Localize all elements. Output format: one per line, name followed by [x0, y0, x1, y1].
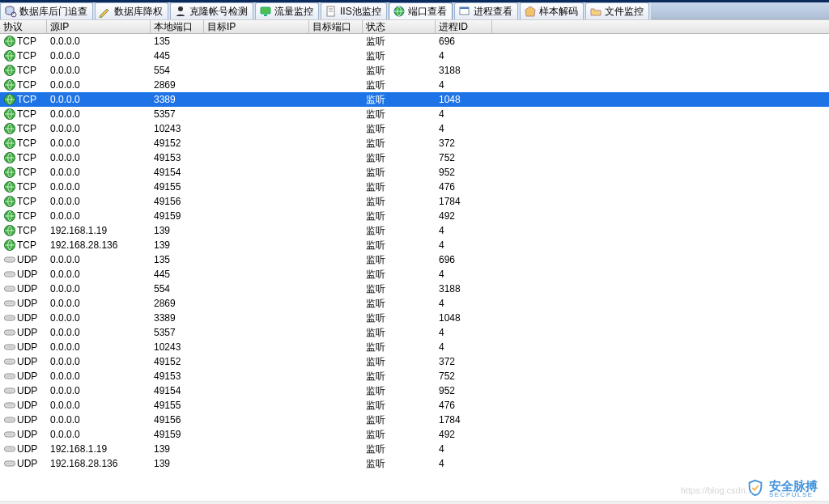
cell-source-ip: 0.0.0.0: [47, 138, 151, 149]
cell-protocol: UDP: [0, 355, 47, 368]
table-row[interactable]: UDP0.0.0.049156监听1784: [0, 413, 829, 427]
tab-db-privdrop[interactable]: 数据库降权: [95, 2, 168, 19]
tab-label: 进程查看: [474, 5, 512, 19]
proto-text: TCP: [17, 196, 36, 207]
cell-local-port: 554: [151, 283, 204, 294]
cell-protocol: UDP: [0, 253, 47, 266]
col-protocol[interactable]: 协议: [0, 20, 47, 33]
cell-source-ip: 0.0.0.0: [47, 269, 151, 280]
table-row[interactable]: UDP0.0.0.049159监听492: [0, 427, 829, 442]
svg-rect-49: [6, 419, 14, 421]
table-header: 协议 源IP 本地端口 目标IP 目标端口 状态 进程ID: [0, 19, 829, 34]
table-row[interactable]: TCP0.0.0.049156监听1784: [0, 194, 829, 209]
tab-sample-decode[interactable]: 样本解码: [520, 2, 584, 19]
cell-pid: 4: [436, 239, 492, 251]
cell-source-ip: 0.0.0.0: [47, 298, 151, 309]
watermark-brand-cn: 安全脉搏: [769, 480, 818, 492]
globe-icon: [3, 224, 16, 237]
col-dest-ip[interactable]: 目标IP: [204, 20, 309, 33]
table-row[interactable]: TCP0.0.0.0135监听696: [0, 34, 829, 49]
table-row[interactable]: UDP0.0.0.049152监听372: [0, 354, 829, 369]
cell-pid: 752: [436, 152, 492, 163]
tab-clone-account[interactable]: 克隆帐号检测: [170, 2, 253, 19]
tab-db-backdoor[interactable]: 数据库后门追查: [0, 2, 93, 19]
col-state[interactable]: 状态: [363, 20, 436, 33]
cell-protocol: UDP: [0, 428, 47, 441]
col-local-port[interactable]: 本地端口: [151, 20, 204, 33]
table-row[interactable]: UDP0.0.0.05357监听4: [0, 325, 829, 340]
table-row[interactable]: UDP0.0.0.03389监听1048: [0, 311, 829, 325]
col-source-ip[interactable]: 源IP: [47, 20, 151, 33]
cell-protocol: UDP: [0, 341, 47, 354]
cell-protocol: UDP: [0, 326, 47, 339]
proto-text: UDP: [17, 429, 37, 440]
cell-local-port: 49159: [151, 429, 204, 440]
cell-state: 监听: [363, 78, 436, 92]
table-row[interactable]: TCP0.0.0.049155监听476: [0, 180, 829, 194]
table-row[interactable]: UDP0.0.0.010243监听4: [0, 340, 829, 354]
table-row[interactable]: TCP192.168.28.136139监听4: [0, 238, 829, 252]
table-row[interactable]: TCP0.0.0.02869监听4: [0, 78, 829, 92]
cell-local-port: 139: [151, 443, 204, 455]
table-row[interactable]: TCP0.0.0.049153监听752: [0, 150, 829, 165]
proto-text: UDP: [17, 283, 37, 294]
svg-rect-53: [6, 448, 14, 451]
table-row[interactable]: UDP192.168.1.19139监听4: [0, 442, 829, 456]
cell-protocol: TCP: [0, 239, 47, 252]
svg-rect-4: [264, 15, 267, 16]
cell-pid: 952: [436, 167, 492, 178]
cell-source-ip: 0.0.0.0: [47, 152, 151, 163]
cell-protocol: UDP: [0, 268, 47, 281]
table-row[interactable]: UDP0.0.0.02869监听4: [0, 296, 829, 311]
cell-state: 监听: [363, 282, 436, 296]
cell-source-ip: 0.0.0.0: [47, 94, 151, 105]
socket-icon: [3, 355, 16, 368]
globe-icon: [3, 195, 16, 208]
table-row[interactable]: TCP0.0.0.049159监听492: [0, 209, 829, 223]
table-row[interactable]: UDP192.168.28.136139监听4: [0, 456, 829, 471]
cell-source-ip: 0.0.0.0: [47, 327, 151, 338]
tab-traffic[interactable]: 流量监控: [255, 2, 319, 19]
table-row[interactable]: TCP0.0.0.05357监听4: [0, 107, 829, 121]
table-row[interactable]: UDP0.0.0.049153监听752: [0, 369, 829, 383]
cell-source-ip: 192.168.1.19: [47, 443, 151, 455]
globe-icon: [3, 108, 16, 121]
cell-source-ip: 0.0.0.0: [47, 65, 151, 76]
cell-source-ip: 0.0.0.0: [47, 254, 151, 265]
table-row[interactable]: UDP0.0.0.0445监听4: [0, 267, 829, 282]
table-row[interactable]: TCP192.168.1.19139监听4: [0, 223, 829, 238]
table-row[interactable]: UDP0.0.0.049155监听476: [0, 398, 829, 413]
table-row[interactable]: TCP0.0.0.03389监听1048: [0, 92, 829, 107]
cell-protocol: TCP: [0, 49, 47, 62]
socket-icon: [3, 326, 16, 339]
tab-iis-pool[interactable]: IIS池监控: [321, 2, 387, 19]
svg-rect-29: [6, 273, 14, 276]
cell-source-ip: 0.0.0.0: [47, 429, 151, 440]
table-row[interactable]: UDP0.0.0.0135监听696: [0, 252, 829, 267]
table-row[interactable]: TCP0.0.0.049152监听372: [0, 136, 829, 150]
proto-text: UDP: [17, 414, 37, 426]
table-row[interactable]: TCP0.0.0.049154监听952: [0, 165, 829, 180]
cell-source-ip: 0.0.0.0: [47, 210, 151, 222]
col-dest-port[interactable]: 目标端口: [309, 20, 363, 33]
table-body[interactable]: TCP0.0.0.0135监听696TCP0.0.0.0445监听4TCP0.0…: [0, 34, 829, 501]
cell-protocol: UDP: [0, 399, 47, 412]
tab-process-view[interactable]: 进程查看: [454, 2, 518, 19]
cell-pid: 696: [436, 254, 492, 265]
table-row[interactable]: TCP0.0.0.0554监听3188: [0, 63, 829, 78]
cell-pid: 372: [436, 356, 492, 367]
cell-local-port: 5357: [151, 327, 204, 338]
cell-local-port: 139: [151, 239, 204, 251]
table-row[interactable]: TCP0.0.0.010243监听4: [0, 121, 829, 136]
col-process-id[interactable]: 进程ID: [436, 20, 492, 33]
cell-pid: 3188: [436, 283, 492, 294]
tab-file-monitor[interactable]: 文件监控: [585, 2, 649, 19]
cell-pid: 492: [436, 210, 492, 222]
table-row[interactable]: UDP0.0.0.049154监听952: [0, 383, 829, 398]
table-row[interactable]: UDP0.0.0.0554监听3188: [0, 282, 829, 296]
svg-rect-10: [460, 7, 469, 9]
cell-pid: 4: [436, 108, 492, 120]
tab-port-view[interactable]: 端口查看: [389, 2, 453, 19]
cell-state: 监听: [363, 384, 436, 398]
table-row[interactable]: TCP0.0.0.0445监听4: [0, 49, 829, 63]
